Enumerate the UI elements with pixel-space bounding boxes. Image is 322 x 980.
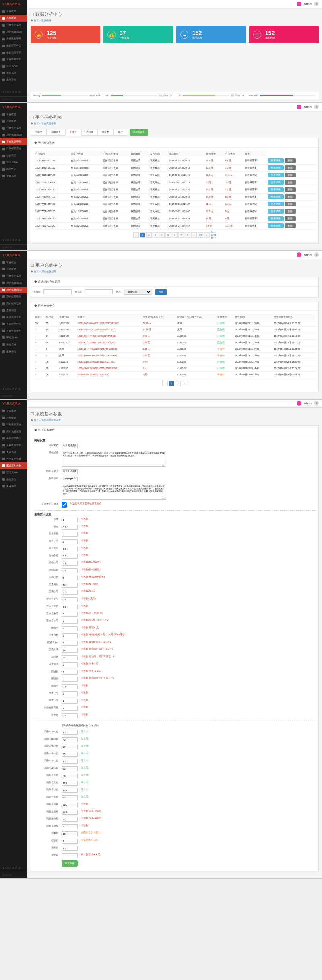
avatar[interactable] xyxy=(297,252,301,257)
field-刷刷号大款[interactable] xyxy=(62,774,78,778)
sidebar-item-7[interactable]: 管理员Priv xyxy=(0,159,27,166)
field-预佣款[interactable] xyxy=(62,846,78,851)
pager-2[interactable]: 2 xyxy=(146,232,152,238)
sidebar-item-9[interactable]: 管理员Priv xyxy=(0,469,27,476)
sidebar-item-3[interactable]: 用户充值/提现 xyxy=(0,29,27,35)
field-刷征金数量[interactable] xyxy=(62,810,78,815)
avatar[interactable] xyxy=(297,2,301,6)
tab-1[interactable]: 刷单任务 xyxy=(47,129,65,136)
sidebar-item-7[interactable]: 平台数据管理 xyxy=(0,56,27,63)
sidebar-item-0[interactable]: 平台概览 xyxy=(0,408,27,415)
sidebar-item-8[interactable]: 会员信息管理 xyxy=(0,314,27,321)
view-button[interactable]: 查看详情 xyxy=(268,165,284,170)
field-刷征金数额[interactable] xyxy=(62,817,78,822)
field-刷刷60140款[interactable] xyxy=(62,759,78,764)
pager-共6148页[interactable]: 共6148页 xyxy=(211,232,216,238)
field-团费号数2[interactable] xyxy=(62,641,78,646)
tab-3[interactable]: 已完成 xyxy=(81,129,97,136)
delete-button[interactable]: 删除 xyxy=(285,165,296,170)
delete-button[interactable]: 删除 xyxy=(285,158,296,163)
pager-»[interactable]: » xyxy=(204,232,210,238)
sidebar-item-6[interactable]: 任务管理 xyxy=(0,152,27,159)
crumb-link[interactable]: 用户充值 提现 xyxy=(41,270,57,273)
field-刷刷60100款[interactable] xyxy=(62,730,78,735)
submit-button[interactable]: 提交保存 xyxy=(62,860,78,867)
delete-button[interactable]: 删除 xyxy=(285,187,296,192)
field-刷征金号量[interactable] xyxy=(62,803,78,807)
sidebar-item-4[interactable]: 平台数据管理 xyxy=(0,138,27,145)
sidebar-item-7[interactable]: 产品文档查看 xyxy=(0,456,27,462)
sidebar-item-6[interactable]: 用户结算记录 xyxy=(0,300,27,307)
pager-«[interactable]: « xyxy=(133,232,139,238)
field-版本[interactable] xyxy=(62,518,78,522)
tab-0[interactable]: 全部中 xyxy=(31,129,47,136)
sidebar-item-3[interactable]: 用户充值提现 xyxy=(0,428,27,435)
field-因键款[interactable] xyxy=(62,677,78,682)
sidebar-item-4[interactable]: 会员管理中心 xyxy=(0,435,27,442)
sidebar-item-10[interactable]: 推送系统 xyxy=(0,476,27,483)
sidebar-item-10[interactable]: 平台数据管理 xyxy=(0,328,27,334)
view-button[interactable]: 查看详情 xyxy=(268,216,284,221)
pager-...[interactable]: ... xyxy=(191,232,197,238)
field-活动小款[interactable] xyxy=(62,576,78,580)
field-刷刷60140款[interactable] xyxy=(62,745,78,749)
sidebar-item-1[interactable]: 总统概览 xyxy=(0,118,27,125)
pager-1[interactable]: 1 xyxy=(140,232,145,238)
filter-member[interactable] xyxy=(85,289,113,294)
gear-icon[interactable]: ⚙ xyxy=(314,2,319,6)
field-刷号数[interactable] xyxy=(62,655,78,660)
search-button[interactable]: 搜索 xyxy=(155,289,167,295)
sidebar-item-9[interactable]: 会员管理中心 xyxy=(0,321,27,328)
delete-button[interactable]: 删除 xyxy=(285,194,296,199)
pager-8[interactable]: 8 xyxy=(185,232,190,238)
crumb-link[interactable]: 数据统计 xyxy=(41,19,51,22)
pager-4[interactable]: 4 xyxy=(159,232,165,238)
field-注会数[interactable] xyxy=(62,713,78,718)
field-活动常数[interactable] xyxy=(62,554,78,559)
crumb-link[interactable]: 平台权益管理 xyxy=(41,122,56,125)
sidebar-item-1[interactable]: 总统概览 xyxy=(0,415,27,421)
tab-4[interactable]: 增开中 xyxy=(97,129,114,136)
avatar[interactable] xyxy=(297,105,301,109)
sidebar-item-1[interactable]: 总统概览 xyxy=(0,266,27,273)
view-button[interactable]: 查看详情 xyxy=(268,158,284,163)
field-结费号[interactable] xyxy=(62,684,78,689)
field-活动小号[interactable] xyxy=(62,561,78,566)
field-[interactable]: < -- 任务限制设置-请尽量开启任务然后（不为0即可）然后设置不为，这是任务和… xyxy=(62,484,166,500)
crumb-link[interactable]: 系统基本参数设置 xyxy=(41,419,61,421)
field-刷刷号大款[interactable] xyxy=(62,795,78,800)
delete-button[interactable]: 删除 xyxy=(285,180,296,185)
gear-icon[interactable]: ⚙ xyxy=(314,401,319,406)
pager-7[interactable]: 7 xyxy=(178,232,184,238)
field-预佣款[interactable] xyxy=(62,853,78,858)
sidebar-item-5[interactable]: 订单管理系统 xyxy=(0,145,27,152)
sidebar-item-10[interactable]: 曼诗系统 xyxy=(0,76,27,83)
crumb-link[interactable]: 首页 xyxy=(34,19,39,22)
sidebar-item-13[interactable]: 曼诗系统 xyxy=(0,348,27,355)
pager-6[interactable]: 6 xyxy=(172,232,178,238)
field-营业号大款[interactable] xyxy=(62,605,78,609)
sidebar-item-12[interactable]: 推送系统 xyxy=(0,341,27,348)
field-结费小号[interactable] xyxy=(62,699,78,704)
delete-button[interactable]: 删除 xyxy=(285,209,296,214)
sidebar-item-11[interactable]: 管理员Priv xyxy=(0,334,27,341)
delete-button[interactable]: 删除 xyxy=(285,202,296,206)
view-button[interactable]: 查看详情 xyxy=(268,173,284,177)
field-账号大号[interactable] xyxy=(62,547,78,551)
field-团费号数[interactable] xyxy=(62,633,78,638)
sidebar-item-8[interactable]: 配置基本参数 xyxy=(0,462,27,469)
delete-button[interactable]: 删除 xyxy=(285,216,296,221)
sidebar-item-1[interactable]: 总统概览 xyxy=(0,15,27,22)
delete-button[interactable]: 删除 xyxy=(285,173,296,177)
sidebar-item-2[interactable]: 订单管理系统 xyxy=(0,421,27,428)
avatar[interactable] xyxy=(297,401,301,406)
field-刷刷60160款[interactable] xyxy=(62,766,78,771)
sidebar-item-3[interactable]: 用户充值/提现 xyxy=(0,280,27,287)
gear-icon[interactable]: ⚙ xyxy=(314,252,319,257)
field-账号小号[interactable] xyxy=(62,539,78,544)
crumb-link[interactable]: 首页 xyxy=(34,270,39,273)
sidebar-item-3[interactable]: 用户充值/提现 xyxy=(0,132,27,138)
sidebar-item-9[interactable]: 曼诗系统 xyxy=(0,173,27,179)
sidebar-item-11[interactable]: 曼诗系统 xyxy=(0,483,27,490)
field-任务常数[interactable] xyxy=(62,532,78,537)
